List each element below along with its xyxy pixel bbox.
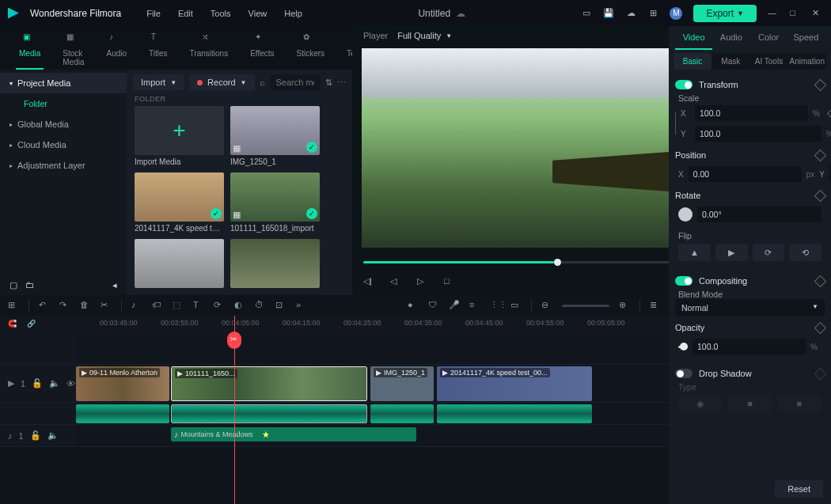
stop-icon[interactable]: □: [444, 276, 457, 289]
menu-tools[interactable]: Tools: [211, 9, 231, 18]
sidebar-item-project-media[interactable]: ▾Project Media: [0, 73, 127, 93]
waveform[interactable]: [437, 404, 592, 423]
upload-cloud-icon[interactable]: ☁: [625, 8, 636, 19]
link-icon[interactable]: 🔗: [27, 320, 36, 328]
zoom-in-icon[interactable]: ⊕: [619, 300, 630, 311]
maximize-icon[interactable]: □: [790, 8, 801, 19]
dropshadow-toggle[interactable]: [675, 369, 692, 378]
inspector-tab-speed[interactable]: Speed: [787, 26, 825, 50]
subtab-ai-tools[interactable]: AI Tools: [749, 53, 787, 70]
collapse-sidebar-icon[interactable]: ◂: [112, 280, 117, 290]
delete-icon[interactable]: 🗑: [80, 300, 91, 311]
mute-icon[interactable]: 🔈: [49, 378, 60, 388]
search-input[interactable]: [276, 78, 315, 87]
rotate-ccw-icon[interactable]: ⟲: [789, 244, 822, 261]
undo-icon[interactable]: ↶: [39, 300, 50, 311]
minimize-icon[interactable]: —: [768, 8, 779, 19]
scale-y-input[interactable]: [695, 126, 822, 142]
tag-icon[interactable]: 🏷: [152, 300, 163, 311]
speed-icon[interactable]: ⟳: [214, 300, 225, 311]
prev-frame-icon[interactable]: ◁|: [363, 276, 376, 289]
lock-icon[interactable]: 🔓: [30, 430, 41, 441]
keyframe-icon[interactable]: [814, 149, 827, 161]
menu-edit[interactable]: Edit: [178, 9, 193, 18]
rotate-input[interactable]: [697, 207, 822, 222]
sidebar-item-cloud-media[interactable]: ▸Cloud Media: [0, 135, 127, 155]
save-icon[interactable]: 💾: [603, 8, 614, 19]
sidebar-item-global-media[interactable]: ▸Global Media: [0, 114, 127, 135]
tab-titles[interactable]: TTitles: [146, 29, 171, 70]
media-thumb[interactable]: ▦✓ IMG_1250_1: [230, 106, 320, 166]
reset-button[interactable]: Reset: [775, 480, 823, 498]
flip-vertical-icon[interactable]: ▶: [715, 244, 748, 261]
transform-toggle[interactable]: [675, 80, 692, 89]
compositing-toggle[interactable]: [675, 276, 692, 286]
rotate-knob[interactable]: [678, 207, 692, 222]
menu-help[interactable]: Help: [284, 9, 302, 18]
inspector-tab-audio[interactable]: Audio: [712, 26, 749, 50]
more-icon[interactable]: ⋯: [337, 78, 346, 88]
waveform[interactable]: [370, 404, 434, 423]
export-button[interactable]: Export▼: [693, 5, 757, 22]
magnet-icon[interactable]: 🧲: [0, 316, 25, 332]
opacity-slider[interactable]: [678, 346, 688, 348]
rotate-cw-icon[interactable]: ⟳: [753, 244, 785, 261]
quality-dropdown[interactable]: Full Quality▼: [397, 31, 452, 40]
auto-beat-icon[interactable]: ⋮⋮: [490, 300, 501, 311]
waveform[interactable]: [171, 404, 367, 423]
media-thumb[interactable]: [230, 239, 320, 288]
subtab-animation[interactable]: Animation: [788, 53, 826, 70]
track-height-icon[interactable]: ≣: [650, 300, 661, 311]
cloud-sync-icon[interactable]: ☁: [456, 8, 465, 19]
tracking-icon[interactable]: ⊡: [275, 300, 286, 311]
close-icon[interactable]: ✕: [812, 8, 823, 19]
tab-stickers[interactable]: ✿Stickers: [294, 29, 328, 70]
timeline-ruler[interactable]: 🧲 🔗 00:03:45:00 00:03:55:00 00:04:05:00 …: [0, 316, 669, 336]
zoom-slider[interactable]: [562, 305, 609, 307]
menu-view[interactable]: View: [249, 9, 268, 18]
visibility-icon[interactable]: 👁: [66, 379, 75, 388]
timer-icon[interactable]: ⏱: [255, 300, 266, 311]
import-dropdown[interactable]: Import▼: [133, 74, 184, 90]
new-bin-icon[interactable]: ▢: [9, 280, 17, 290]
render-icon[interactable]: ●: [408, 300, 419, 311]
tab-effects[interactable]: ✦Effects: [247, 29, 277, 70]
more-tools-icon[interactable]: »: [296, 300, 307, 311]
opacity-input[interactable]: [692, 339, 806, 354]
shield-icon[interactable]: 🛡: [428, 300, 439, 311]
inspector-tab-video[interactable]: Video: [675, 26, 712, 50]
subtab-basic[interactable]: Basic: [674, 53, 711, 70]
play-icon[interactable]: ▷: [417, 276, 430, 289]
tab-transitions[interactable]: ⤭Transitions: [187, 29, 232, 70]
sidebar-item-folder[interactable]: Folder: [0, 93, 127, 114]
blendmode-select[interactable]: Normal▼: [675, 299, 825, 316]
mixer-icon[interactable]: ≡: [469, 300, 480, 311]
sidebar-item-adjustment-layer[interactable]: ▸Adjustment Layer: [0, 155, 127, 176]
keyframe-icon[interactable]: [827, 107, 831, 119]
timeline-clip[interactable]: ▶IMG_1250_1: [370, 366, 434, 401]
subtab-mask[interactable]: Mask: [711, 53, 749, 70]
play-backward-icon[interactable]: ◁: [390, 276, 403, 289]
flip-horizontal-icon[interactable]: ▲: [678, 244, 711, 261]
playhead[interactable]: ✂: [234, 316, 235, 504]
audio-clip[interactable]: ♪Mountains & Meadows★: [171, 427, 416, 441]
mute-icon[interactable]: 🔈: [47, 430, 59, 441]
import-media-tile[interactable]: + Import Media: [135, 106, 224, 166]
keyframe-icon[interactable]: [814, 367, 827, 380]
media-thumb[interactable]: ▦✓ 101111_165018_import: [230, 172, 320, 233]
keyframe-icon[interactable]: [814, 275, 827, 287]
music-icon[interactable]: ♪: [131, 300, 142, 311]
new-folder-icon[interactable]: 🗀: [25, 280, 34, 290]
layout-icon[interactable]: ▭: [581, 8, 592, 19]
scale-x-input[interactable]: [695, 105, 808, 121]
keyframe-icon[interactable]: [814, 321, 827, 334]
link-xy-icon[interactable]: [675, 112, 676, 135]
keyframe-icon[interactable]: [814, 78, 827, 91]
tab-audio[interactable]: ♪Audio: [103, 29, 130, 70]
text-icon[interactable]: T: [193, 300, 204, 311]
media-thumb[interactable]: ✓ 20141117_4K speed test_00...: [135, 172, 224, 233]
color-icon[interactable]: ◐: [234, 300, 245, 311]
aspect-icon[interactable]: ▭: [510, 300, 522, 311]
waveform[interactable]: [76, 404, 169, 423]
preview-scrubber[interactable]: [363, 261, 692, 263]
